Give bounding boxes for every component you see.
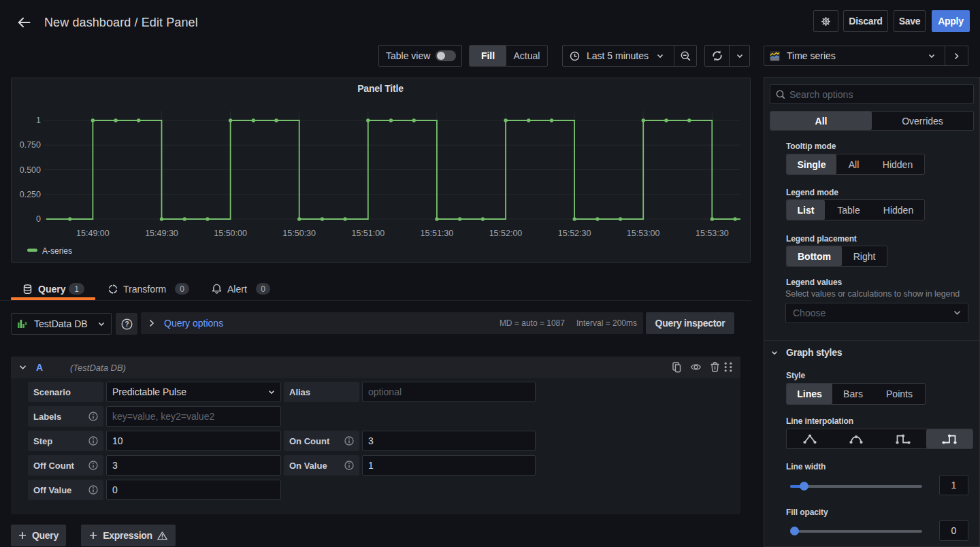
svg-text:0: 0 — [36, 214, 41, 224]
svg-text:15:53:30: 15:53:30 — [696, 229, 729, 238]
svg-text:0.500: 0.500 — [20, 165, 41, 175]
svg-text:1: 1 — [36, 116, 41, 125]
svg-text:15:52:00: 15:52:00 — [489, 229, 523, 238]
svg-text:15:51:30: 15:51:30 — [421, 229, 454, 238]
svg-text:15:53:00: 15:53:00 — [627, 229, 660, 238]
svg-text:15:52:30: 15:52:30 — [558, 229, 591, 238]
svg-text:15:50:00: 15:50:00 — [214, 229, 247, 238]
svg-text:0.750: 0.750 — [20, 140, 41, 150]
svg-text:0.250: 0.250 — [20, 190, 41, 199]
svg-text:15:51:00: 15:51:00 — [351, 229, 385, 238]
svg-text:Panel Title: Panel Title — [357, 83, 404, 94]
svg-text:15:49:30: 15:49:30 — [145, 229, 178, 238]
svg-text:A-series: A-series — [42, 246, 72, 256]
svg-text:15:49:00: 15:49:00 — [76, 229, 110, 238]
svg-text:15:50:30: 15:50:30 — [282, 229, 316, 238]
svg-text:?: ? — [125, 320, 129, 328]
